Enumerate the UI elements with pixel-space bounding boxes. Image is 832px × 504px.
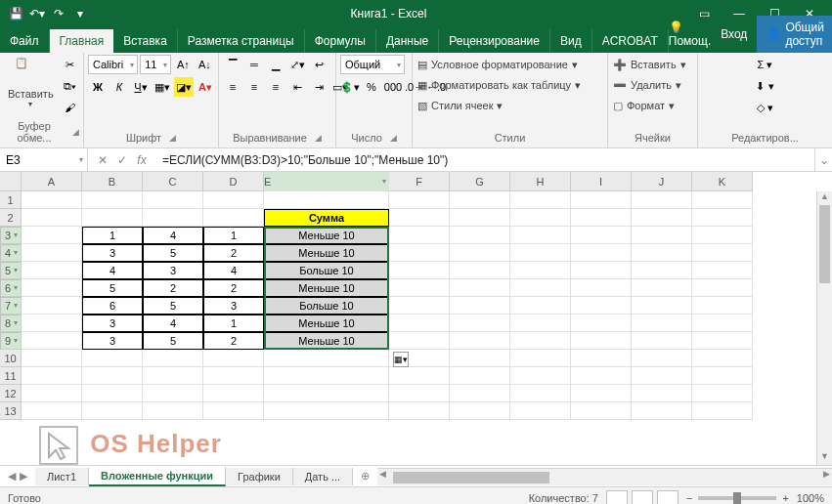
undo-icon[interactable]: ↶▾ xyxy=(29,6,45,21)
fill-icon[interactable]: ⬇ ▾ xyxy=(702,76,828,96)
view-normal-icon[interactable] xyxy=(606,490,628,505)
col-header[interactable]: I xyxy=(571,172,632,191)
row-header[interactable]: 2 xyxy=(0,209,22,227)
col-header[interactable]: K xyxy=(692,172,753,191)
select-all-corner[interactable] xyxy=(0,172,22,191)
cell-C4[interactable]: 5 xyxy=(143,244,203,262)
help-link[interactable]: 💡 Помощ. xyxy=(669,21,711,48)
tab-view[interactable]: Вид xyxy=(550,29,592,53)
align-middle-icon[interactable]: ═ xyxy=(244,55,264,74)
save-icon[interactable]: 💾 xyxy=(8,6,23,21)
row-header[interactable]: 8 xyxy=(0,315,22,332)
format-table-button[interactable]: ▦Форматировать как таблицу ▾ xyxy=(416,75,603,95)
cell-B7[interactable]: 6 xyxy=(82,297,143,315)
cell-D3[interactable]: 1 xyxy=(203,227,264,244)
wrap-text-icon[interactable]: ↩ xyxy=(309,55,328,74)
cell-styles-button[interactable]: ▧Стили ячеек ▾ xyxy=(416,96,603,115)
insert-cells-button[interactable]: ➕Вставить ▾ xyxy=(612,55,693,74)
align-left-icon[interactable]: ≡ xyxy=(223,77,242,97)
percent-icon[interactable]: % xyxy=(362,77,381,97)
row-header[interactable]: 6 xyxy=(0,279,22,297)
col-header[interactable]: C xyxy=(143,172,203,191)
cell-E4[interactable]: Меньше 10 xyxy=(264,244,389,262)
orientation-icon[interactable]: ⤢▾ xyxy=(287,55,307,74)
align-bottom-icon[interactable]: ▁ xyxy=(266,55,285,74)
launcher-icon[interactable]: ◢ xyxy=(315,133,322,143)
cell-B9[interactable]: 3 xyxy=(82,332,143,350)
align-right-icon[interactable]: ≡ xyxy=(266,77,285,97)
scroll-left-icon[interactable]: ◀ xyxy=(379,469,386,479)
font-color-icon[interactable]: A▾ xyxy=(196,77,215,97)
cell-D7[interactable]: 3 xyxy=(203,297,264,315)
vertical-scrollbar[interactable]: ▲ ▼ xyxy=(816,191,832,465)
row-header[interactable]: 13 xyxy=(0,402,22,420)
cell-D8[interactable]: 1 xyxy=(203,315,264,332)
qat-dropdown-icon[interactable]: ▾ xyxy=(72,6,88,21)
cell-E5[interactable]: Больше 10 xyxy=(264,262,389,279)
sheet-tab[interactable]: Дать ... xyxy=(293,468,353,485)
tab-home[interactable]: Главная xyxy=(50,29,114,53)
font-size-select[interactable]: 11 xyxy=(140,55,171,74)
font-shrink-icon[interactable]: A↓ xyxy=(195,55,214,74)
cell-B5[interactable]: 4 xyxy=(82,262,143,279)
sheet-tab[interactable]: Лист1 xyxy=(35,468,89,485)
sheet-tab[interactable]: Графики xyxy=(226,468,293,485)
number-format-select[interactable]: Общий xyxy=(340,55,405,74)
col-header[interactable]: G xyxy=(450,172,510,191)
col-header[interactable]: F xyxy=(389,172,450,191)
tab-acrobat[interactable]: ACROBAT xyxy=(592,29,669,53)
add-sheet-icon[interactable]: ⊕ xyxy=(353,470,377,483)
cell-C7[interactable]: 5 xyxy=(143,297,203,315)
align-top-icon[interactable]: ▔ xyxy=(223,55,242,74)
launcher-icon[interactable]: ◢ xyxy=(72,127,79,137)
clear-icon[interactable]: ◇ ▾ xyxy=(702,98,828,117)
comma-icon[interactable]: 000 xyxy=(383,77,403,97)
scroll-thumb[interactable] xyxy=(393,472,549,483)
zoom-in-icon[interactable]: + xyxy=(782,492,788,504)
col-header[interactable]: A xyxy=(22,172,82,191)
cell-D9[interactable]: 2 xyxy=(203,332,264,350)
cell-C3[interactable]: 4 xyxy=(143,227,203,244)
scroll-down-icon[interactable]: ▼ xyxy=(817,451,832,465)
view-pagebreak-icon[interactable] xyxy=(657,490,679,505)
cell-D6[interactable]: 2 xyxy=(203,279,264,297)
autosum-icon[interactable]: Σ ▾ xyxy=(702,55,828,74)
format-painter-icon[interactable]: 🖌 xyxy=(61,98,80,117)
cell-E8[interactable]: Меньше 10 xyxy=(264,315,389,332)
tab-data[interactable]: Данные xyxy=(376,29,439,53)
cell-E6[interactable]: Меньше 10 xyxy=(264,279,389,297)
row-header[interactable]: 3 xyxy=(0,227,22,244)
cell-E9[interactable]: Меньше 10 xyxy=(264,332,389,350)
cell-C8[interactable]: 4 xyxy=(143,315,203,332)
indent-inc-icon[interactable]: ⇥ xyxy=(309,77,328,97)
cell-B4[interactable]: 3 xyxy=(82,244,143,262)
paste-button[interactable]: 📋 Вставить▾ xyxy=(4,55,58,117)
cell-C6[interactable]: 2 xyxy=(143,279,203,297)
tab-formulas[interactable]: Формулы xyxy=(305,29,376,53)
zoom-level[interactable]: 100% xyxy=(797,492,824,504)
row-header[interactable]: 7 xyxy=(0,297,22,315)
signin-link[interactable]: Вход xyxy=(721,27,747,41)
cell-B6[interactable]: 5 xyxy=(82,279,143,297)
sheet-nav-next-icon[interactable]: ▶ xyxy=(20,470,27,483)
align-center-icon[interactable]: ≡ xyxy=(244,77,264,97)
border-icon[interactable]: ▦▾ xyxy=(153,77,172,97)
row-header[interactable]: 5 xyxy=(0,262,22,279)
sheet-nav-prev-icon[interactable]: ◀ xyxy=(8,470,16,483)
scroll-up-icon[interactable]: ▲ xyxy=(817,191,832,205)
underline-button[interactable]: Ч▾ xyxy=(131,77,151,97)
sheet-tab-active[interactable]: Вложенные функции xyxy=(89,467,226,486)
redo-icon[interactable]: ↷ xyxy=(51,6,66,21)
col-header[interactable]: J xyxy=(632,172,692,191)
share-button[interactable]: 👤Общий доступ xyxy=(757,16,832,53)
cell-D4[interactable]: 2 xyxy=(203,244,264,262)
horizontal-scrollbar[interactable]: ◀ ▶ xyxy=(377,469,832,485)
col-header[interactable]: E xyxy=(264,172,389,191)
format-cells-button[interactable]: ▢Формат ▾ xyxy=(612,96,693,115)
view-layout-icon[interactable] xyxy=(632,490,653,505)
cell-E2[interactable]: Сумма xyxy=(264,209,389,227)
cell-C9[interactable]: 5 xyxy=(143,332,203,350)
font-grow-icon[interactable]: A↑ xyxy=(173,55,193,74)
italic-button[interactable]: К xyxy=(109,77,129,97)
col-header[interactable]: B xyxy=(82,172,143,191)
